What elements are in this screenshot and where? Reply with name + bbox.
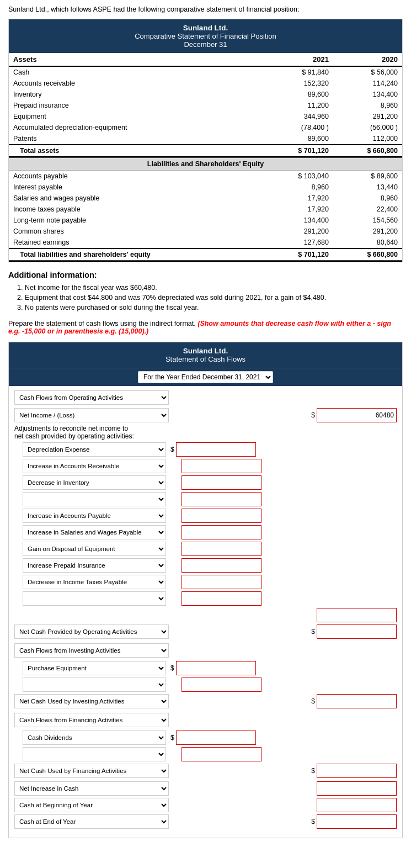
additional-info-section: Additional information: Net income for t… [8, 271, 403, 311]
asset-label-4: Equipment [9, 111, 264, 122]
investing-select[interactable]: Cash Flows from Investing Activities [14, 643, 169, 658]
blank-select-1[interactable] [23, 492, 166, 506]
blank-financing-input[interactable] [182, 747, 261, 761]
additional-title: Additional information: [8, 271, 403, 279]
cf-subtitle: Statement of Cash Flows [11, 355, 400, 363]
cash-beginning-select[interactable]: Cash at Beginning of Year [14, 798, 169, 812]
liab-2021-4: 134,400 [264, 215, 333, 226]
operating-subtotal-input[interactable] [317, 608, 397, 622]
operating-activities-select[interactable]: Cash Flows from Operating Activities [14, 390, 169, 405]
asset-label-6: Patents [9, 133, 264, 145]
asset-label-5: Accumulated depreciation-equipment [9, 122, 264, 133]
additional-item-1: Equipment that cost $44,800 and was 70% … [25, 294, 403, 301]
blank-input-2[interactable] [182, 591, 261, 606]
asset-2021-2: 89,600 [264, 89, 333, 100]
blank-investing-select[interactable] [23, 678, 166, 692]
net-financing-input[interactable] [317, 764, 397, 778]
blank-input-1[interactable] [182, 492, 261, 506]
fin-date: December 31 [11, 40, 400, 49]
operating-subtotal-area [14, 608, 397, 622]
net-investing-select[interactable]: Net Cash Used by Investing Activities [14, 694, 169, 708]
liab-label-4: Long-term note payable [9, 215, 264, 226]
total-assets-2020: $ 660,800 [333, 145, 402, 157]
liab-2020-5: 291,200 [333, 226, 402, 237]
net-investing-input[interactable] [317, 694, 397, 708]
purchase-input[interactable] [176, 661, 256, 675]
liab-2020-4: 154,560 [333, 215, 402, 226]
dividends-input[interactable] [176, 731, 256, 745]
ar-select[interactable]: Increase in Accounts Receivable [23, 459, 166, 473]
operating-header-row: Cash Flows from Operating Activities [14, 390, 397, 405]
fin-subtitle: Comparative Statement of Financial Posit… [11, 32, 400, 40]
cash-beginning-row: Cash at Beginning of Year [14, 798, 397, 812]
total-assets-label: Total assets [9, 145, 264, 157]
ap-select[interactable]: Increase in Accounts Payable [23, 509, 166, 523]
col-assets: Assets [9, 53, 264, 66]
purchase-equipment-select[interactable]: Purchase Equipment [23, 661, 166, 675]
prepaid-select[interactable]: Increase Prepaid Insurance [23, 558, 166, 573]
net-increase-select[interactable]: Net Increase in Cash [14, 781, 169, 796]
asset-2021-5: (78,400 ) [264, 122, 333, 133]
asset-2020-0: $ 56,000 [333, 66, 402, 78]
net-financing-dollar: $ [311, 767, 315, 775]
inventory-input[interactable] [182, 475, 261, 490]
liab-2021-2: 17,920 [264, 193, 333, 204]
total-liab-2021: $ 701,120 [264, 248, 333, 261]
asset-2020-2: 134,400 [333, 89, 402, 100]
inventory-row: Decrease in Inventory [23, 475, 397, 490]
prepaid-input[interactable] [182, 558, 261, 573]
depreciation-input[interactable] [176, 442, 256, 457]
cash-end-input[interactable] [317, 814, 397, 829]
ar-input[interactable] [182, 459, 261, 473]
dividends-select[interactable]: Cash Dividends [23, 731, 166, 745]
col-2020: 2020 [333, 53, 402, 66]
liab-2020-6: 80,640 [333, 237, 402, 248]
asset-label-1: Accounts receivable [9, 78, 264, 89]
cash-end-select[interactable]: Cash at End of Year [14, 814, 169, 829]
salaries-select[interactable]: Increase in Salaries and Wages Payable [23, 525, 166, 539]
blank-select-2[interactable] [23, 591, 166, 606]
financing-select[interactable]: Cash Flows from Financing Activities [14, 713, 169, 727]
asset-2020-5: (56,000 ) [333, 122, 402, 133]
blank-financing-row [23, 747, 397, 761]
liab-label-5: Common shares [9, 226, 264, 237]
gain-select[interactable]: Gain on Disposal of Equipment [23, 542, 166, 556]
ap-input[interactable] [182, 509, 261, 523]
cf-year-select[interactable]: For the Year Ended December 31, 2021 [138, 371, 273, 383]
cf-title: Sunland Ltd. [11, 347, 400, 355]
blank-financing-select[interactable] [23, 747, 166, 761]
net-operating-input[interactable] [317, 624, 397, 639]
gain-input[interactable] [182, 542, 261, 556]
inventory-select[interactable]: Decrease in Inventory [23, 475, 166, 490]
net-increase-row: Net Increase in Cash [14, 781, 397, 796]
operating-items: Depreciation Expense $ Increase in Accou… [23, 442, 397, 606]
depreciation-dollar: $ [170, 446, 174, 453]
depreciation-select[interactable]: Depreciation Expense [23, 442, 166, 457]
net-income-select[interactable]: Net Income / (Loss) [14, 408, 169, 422]
salaries-row: Increase in Salaries and Wages Payable [23, 525, 397, 539]
total-assets-2021: $ 701,120 [264, 145, 333, 157]
salaries-input[interactable] [182, 525, 261, 539]
net-operating-select[interactable]: Net Cash Provided by Operating Activitie… [14, 624, 169, 639]
liab-2020-1: 13,440 [333, 182, 402, 193]
depreciation-row: Depreciation Expense $ [23, 442, 397, 457]
cash-beginning-input[interactable] [317, 798, 397, 812]
asset-2021-6: 89,600 [264, 133, 333, 145]
blank-row-2 [23, 591, 397, 606]
net-income-input[interactable] [317, 408, 397, 422]
financial-statement-table: Sunland Ltd. Comparative Statement of Fi… [8, 19, 403, 262]
net-financing-select[interactable]: Net Cash Used by Financing Activities [14, 764, 169, 778]
col-2021: 2021 [264, 53, 333, 66]
taxes-select[interactable]: Decrease in Income Taxes Payable [23, 575, 166, 589]
net-income-dollar: $ [311, 411, 315, 419]
gain-row: Gain on Disposal of Equipment [23, 542, 397, 556]
ap-row: Increase in Accounts Payable [23, 509, 397, 523]
taxes-input[interactable] [182, 575, 261, 589]
blank-investing-row [23, 678, 397, 692]
blank-investing-input[interactable] [182, 678, 261, 692]
cash-end-dollar: $ [311, 818, 315, 825]
liab-label-2: Salaries and wages payable [9, 193, 264, 204]
liab-label-3: Income taxes payable [9, 204, 264, 215]
net-increase-input[interactable] [317, 781, 397, 796]
ar-row: Increase in Accounts Receivable [23, 459, 397, 473]
